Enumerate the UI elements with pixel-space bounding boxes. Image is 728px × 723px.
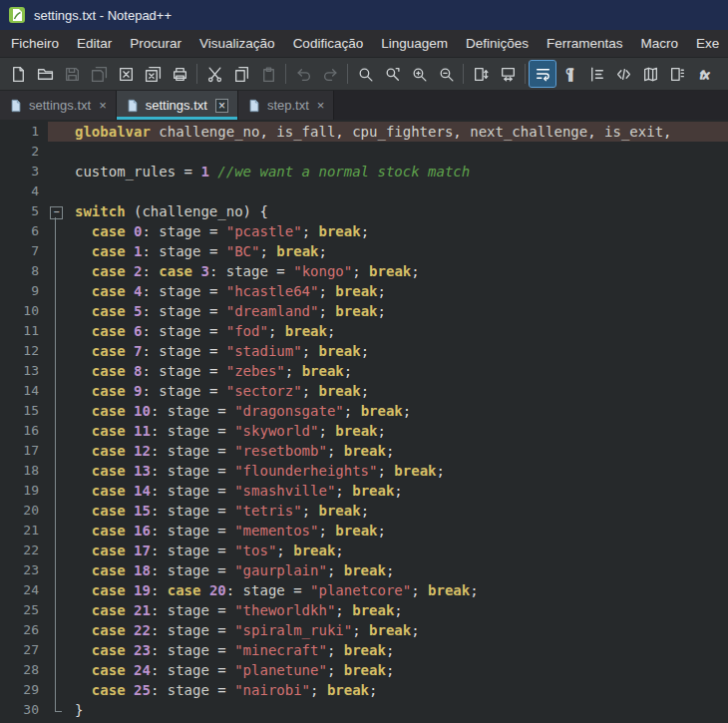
save-button[interactable] bbox=[59, 61, 85, 87]
open-file-button[interactable] bbox=[32, 61, 58, 87]
menu-item-definicoes[interactable]: Definições bbox=[457, 30, 538, 57]
code-line-8[interactable]: 8 case 2: case 3: stage = "kongo"; break… bbox=[0, 261, 728, 281]
code-token: case bbox=[92, 682, 126, 698]
function-list-button[interactable] bbox=[691, 61, 717, 87]
code-token: break bbox=[428, 582, 470, 598]
code-token bbox=[75, 383, 92, 399]
code-line-23[interactable]: 23 case 18: stage = "gaurplain"; break; bbox=[0, 560, 728, 580]
code-line-4[interactable]: 4 bbox=[0, 181, 728, 201]
tab-label: settings.txt bbox=[29, 98, 91, 113]
tab-2-settings-txt[interactable]: settings.txt× bbox=[117, 91, 238, 120]
undo-button[interactable] bbox=[290, 61, 316, 87]
menu-item-codificacao[interactable]: Codificação bbox=[284, 30, 373, 57]
code-token: case bbox=[92, 602, 126, 618]
code-token: ; bbox=[369, 682, 377, 698]
code-line-2[interactable]: 2 bbox=[0, 142, 728, 162]
code-line-29[interactable]: 29 case 25: stage = "nairobi"; break; bbox=[0, 680, 728, 700]
find-button[interactable] bbox=[352, 61, 378, 87]
document-list-button[interactable] bbox=[664, 61, 690, 87]
editor[interactable]: 1globalvar challenge_no, is_fall, cpu_fi… bbox=[0, 120, 728, 723]
close-all-button[interactable] bbox=[140, 61, 166, 87]
code-token: case bbox=[92, 503, 126, 519]
code-line-18[interactable]: 18 case 13: stage = "flounderheights"; b… bbox=[0, 461, 728, 481]
code-line-22[interactable]: 22 case 17: stage = "tos"; break; bbox=[0, 541, 728, 560]
menu-item-linguagem[interactable]: Linguagem bbox=[372, 30, 457, 57]
code-line-6[interactable]: 6 case 0: stage = "pcastle"; break; bbox=[0, 221, 728, 241]
menu-item-ficheiro[interactable]: Ficheiro bbox=[2, 30, 68, 57]
menu-item-visualizacao[interactable]: Visualização bbox=[190, 30, 284, 57]
code-token: stage bbox=[159, 323, 200, 339]
code-line-17[interactable]: 17 case 12: stage = "resetbomb"; break; bbox=[0, 441, 728, 461]
cut-button[interactable] bbox=[201, 61, 227, 87]
code-line-14[interactable]: 14 case 9: stage = "sectorz"; break; bbox=[0, 381, 728, 401]
menu-item-editar[interactable]: Editar bbox=[68, 30, 121, 57]
tab-1-settings-txt[interactable]: settings.txt× bbox=[0, 91, 117, 120]
line-number: 4 bbox=[0, 181, 48, 201]
copy-button[interactable] bbox=[228, 61, 254, 87]
code-token bbox=[75, 303, 92, 319]
code-line-20[interactable]: 20 case 15: stage = "tetris"; break; bbox=[0, 501, 728, 521]
sync-vertical-scroll-button[interactable] bbox=[468, 61, 494, 87]
code-line-12[interactable]: 12 case 7: stage = "stadium"; break; bbox=[0, 341, 728, 361]
code-line-30[interactable]: 30} bbox=[0, 700, 728, 720]
code-text: case 7: stage = "stadium"; break; bbox=[63, 341, 728, 361]
code-line-28[interactable]: 28 case 24: stage = "planetune"; break; bbox=[0, 660, 728, 680]
code-token bbox=[126, 223, 134, 239]
code-token: ; bbox=[470, 582, 478, 598]
close-button[interactable] bbox=[113, 61, 139, 87]
code-token: = bbox=[209, 622, 234, 638]
code-token: : bbox=[151, 682, 168, 698]
code-line-16[interactable]: 16 case 11: stage = "skyworld"; break; bbox=[0, 421, 728, 441]
code-line-24[interactable]: 24 case 19: case 20: stage = "planetcore… bbox=[0, 580, 728, 600]
zoom-out-button[interactable] bbox=[433, 61, 459, 87]
code-line-7[interactable]: 7 case 1: stage = "BC"; break; bbox=[0, 241, 728, 261]
menu-item-exe[interactable]: Exe bbox=[687, 30, 728, 57]
code-line-15[interactable]: 15 case 10: stage = "dragonsgate"; break… bbox=[0, 401, 728, 421]
sync-horizontal-scroll-button[interactable] bbox=[495, 61, 521, 87]
menu-item-procurar[interactable]: Procurar bbox=[121, 30, 190, 57]
code-line-11[interactable]: 11 case 6: stage = "fod"; break; bbox=[0, 321, 728, 341]
tab-3-step-txt[interactable]: step.txt× bbox=[238, 91, 335, 120]
code-token bbox=[75, 503, 92, 519]
define-language-button[interactable] bbox=[610, 61, 636, 87]
code-line-5[interactable]: 5switch (challenge_no) { bbox=[0, 201, 728, 221]
code-token: break bbox=[335, 523, 377, 539]
tab-close-icon[interactable]: × bbox=[317, 99, 325, 112]
paste-button[interactable] bbox=[255, 61, 281, 87]
redo-button[interactable] bbox=[317, 61, 343, 87]
code-line-26[interactable]: 26 case 22: stage = "spiralm_ruki"; brea… bbox=[0, 620, 728, 640]
tab-close-icon[interactable]: × bbox=[215, 99, 228, 113]
code-line-9[interactable]: 9 case 4: stage = "hcastle64"; break; bbox=[0, 281, 728, 301]
toolbar-separator bbox=[285, 64, 286, 84]
code-token bbox=[75, 662, 92, 678]
word-wrap-button[interactable] bbox=[530, 61, 555, 87]
code-line-21[interactable]: 21 case 16: stage = "mementos"; break; bbox=[0, 521, 728, 541]
menu-item-ferramentas[interactable]: Ferramentas bbox=[538, 30, 632, 57]
sync-h-icon bbox=[500, 66, 517, 83]
code-token: = bbox=[200, 283, 225, 299]
print-button[interactable] bbox=[167, 61, 192, 87]
menu-item-macro[interactable]: Macro bbox=[632, 30, 688, 57]
code-line-1[interactable]: 1globalvar challenge_no, is_fall, cpu_fi… bbox=[0, 122, 728, 142]
new-file-button[interactable] bbox=[5, 61, 31, 87]
code-token: "tos" bbox=[234, 542, 276, 558]
code-token: cpu_fighters bbox=[352, 124, 453, 140]
tab-close-icon[interactable]: × bbox=[99, 99, 107, 112]
code-line-10[interactable]: 10 case 5: stage = "dreamland"; break; bbox=[0, 301, 728, 321]
document-map-button[interactable] bbox=[637, 61, 663, 87]
save-all-button[interactable] bbox=[86, 61, 112, 87]
fold-toggle-icon[interactable] bbox=[48, 201, 63, 221]
code-line-13[interactable]: 13 case 8: stage = "zebes"; break; bbox=[0, 361, 728, 381]
code-line-3[interactable]: 3custom_rules = 1 //we want a normal sto… bbox=[0, 162, 728, 181]
replace-button[interactable] bbox=[379, 61, 405, 87]
wrap-icon bbox=[535, 66, 551, 83]
line-number: 29 bbox=[0, 680, 48, 700]
zoom-in-button[interactable] bbox=[406, 61, 432, 87]
code-line-25[interactable]: 25 case 21: stage = "theworldkh"; break; bbox=[0, 600, 728, 620]
code-token: : bbox=[209, 263, 226, 279]
show-indent-guide-button[interactable] bbox=[583, 61, 609, 87]
code-line-19[interactable]: 19 case 14: stage = "smashville"; break; bbox=[0, 481, 728, 501]
code-line-27[interactable]: 27 case 23: stage = "minecraft"; break; bbox=[0, 640, 728, 660]
show-all-characters-button[interactable] bbox=[556, 61, 582, 87]
code-text: } bbox=[63, 700, 728, 720]
